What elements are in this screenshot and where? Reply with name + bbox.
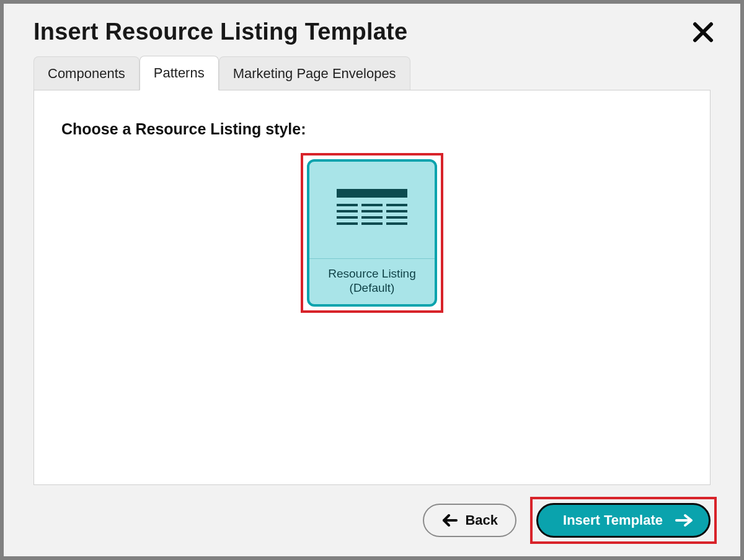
template-thumbnail xyxy=(309,162,435,259)
template-caption: Resource Listing (Default) xyxy=(309,259,435,305)
annotation-highlight-template: Resource Listing (Default) xyxy=(301,153,443,313)
tab-components[interactable]: Components xyxy=(33,56,140,90)
dialog-footer: Back Insert Template xyxy=(423,497,717,544)
back-button-label: Back xyxy=(465,512,498,528)
template-caption-line2: (Default) xyxy=(313,281,431,295)
choose-style-heading: Choose a Resource Listing style: xyxy=(34,90,710,138)
dialog-frame: Insert Resource Listing Template Compone… xyxy=(2,2,742,558)
close-button[interactable] xyxy=(691,20,715,45)
svg-rect-2 xyxy=(337,189,407,198)
template-list: Resource Listing (Default) xyxy=(34,153,710,313)
back-button[interactable]: Back xyxy=(423,504,516,537)
tab-patterns[interactable]: Patterns xyxy=(140,56,219,90)
arrow-left-icon xyxy=(441,514,458,527)
dialog-header: Insert Resource Listing Template xyxy=(4,4,740,50)
close-icon xyxy=(693,22,714,43)
resource-listing-icon xyxy=(333,185,411,235)
annotation-highlight-insert: Insert Template xyxy=(530,497,717,544)
template-card-resource-listing-default[interactable]: Resource Listing (Default) xyxy=(307,159,437,307)
arrow-right-icon xyxy=(675,514,694,527)
tab-marketing-page-envelopes[interactable]: Marketing Page Envelopes xyxy=(219,56,410,90)
insert-template-button[interactable]: Insert Template xyxy=(536,503,711,538)
insert-template-button-label: Insert Template xyxy=(563,512,663,528)
tabs-row: Components Patterns Marketing Page Envel… xyxy=(4,53,740,90)
content-panel: Choose a Resource Listing style: xyxy=(33,90,711,485)
template-caption-line1: Resource Listing xyxy=(313,266,431,281)
dialog-title: Insert Resource Listing Template xyxy=(33,19,407,45)
